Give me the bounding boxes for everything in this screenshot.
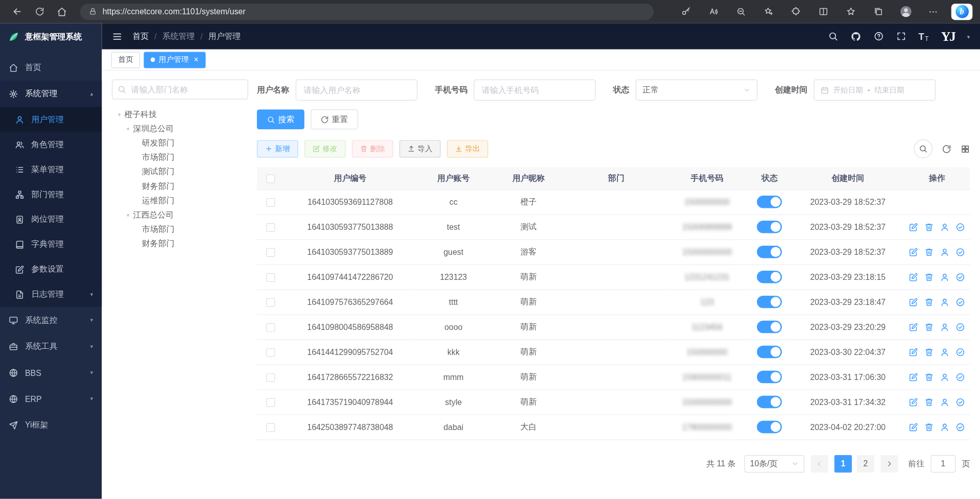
tab-用户管理[interactable]: 用户管理× — [144, 52, 205, 68]
edit-icon[interactable] — [909, 372, 918, 382]
sidebar-item-系统工具[interactable]: 系统工具▾ — [0, 333, 102, 359]
sidebar-item-菜单管理[interactable]: 菜单管理 — [0, 157, 102, 182]
sidebar-item-ERP[interactable]: ERP▾ — [0, 386, 102, 412]
delete-icon[interactable] — [925, 273, 934, 282]
reset-password-icon[interactable] — [940, 223, 949, 232]
row-checkbox[interactable] — [266, 198, 275, 207]
dept-search-input[interactable] — [112, 79, 248, 99]
row-checkbox[interactable] — [266, 273, 275, 282]
edit-button[interactable]: 修改 — [304, 140, 346, 157]
tree-node-测试部门[interactable]: 测试部门 — [112, 164, 248, 179]
edit-icon[interactable] — [909, 298, 918, 307]
favorites-bar-icon[interactable] — [841, 3, 860, 20]
sidebar-item-角色管理[interactable]: 角色管理 — [0, 132, 102, 157]
status-toggle[interactable] — [757, 321, 782, 333]
extensions-icon[interactable] — [786, 3, 805, 20]
tree-node-运维部门[interactable]: 运维部门 — [112, 193, 248, 207]
status-toggle[interactable] — [757, 396, 782, 408]
sidebar-item-系统管理[interactable]: 系统管理▴ — [0, 81, 102, 107]
reset-password-icon[interactable] — [940, 273, 949, 282]
sidebar-item-岗位管理[interactable]: 岗位管理 — [0, 207, 102, 232]
tree-node-研发部门[interactable]: 研发部门 — [112, 136, 248, 150]
sidebar-item-首页[interactable]: 首页 — [0, 54, 102, 80]
sidebar-item-日志管理[interactable]: 日志管理▾ — [0, 282, 102, 307]
password-key-icon[interactable] — [676, 3, 695, 20]
row-checkbox[interactable] — [266, 373, 275, 382]
status-toggle[interactable] — [757, 371, 782, 383]
user-logo[interactable]: YJ — [941, 29, 955, 44]
edit-icon[interactable] — [909, 223, 918, 232]
sidebar-item-部门管理[interactable]: 部门管理 — [0, 182, 102, 207]
delete-icon[interactable] — [925, 298, 934, 307]
status-select[interactable]: 正常 — [636, 79, 758, 101]
next-page-button[interactable] — [880, 455, 898, 472]
status-toggle[interactable] — [757, 196, 782, 208]
select-all-checkbox[interactable] — [266, 174, 275, 183]
sidebar-item-BBS[interactable]: BBS▾ — [0, 360, 102, 386]
tree-node-深圳总公司[interactable]: ▾深圳总公司 — [112, 121, 248, 135]
page-size-select[interactable]: 10条/页 — [745, 455, 804, 472]
assign-role-icon[interactable] — [956, 372, 965, 382]
search-button[interactable]: 搜索 — [257, 109, 304, 129]
status-toggle[interactable] — [757, 421, 782, 433]
delete-icon[interactable] — [925, 397, 934, 407]
assign-role-icon[interactable] — [956, 223, 965, 232]
row-checkbox[interactable] — [266, 323, 275, 331]
assign-role-icon[interactable] — [956, 347, 965, 357]
profile-avatar[interactable] — [896, 3, 915, 20]
edit-icon[interactable] — [909, 273, 918, 282]
edit-icon[interactable] — [909, 248, 918, 257]
status-toggle[interactable] — [757, 271, 782, 283]
delete-icon[interactable] — [925, 347, 934, 357]
zoom-icon[interactable] — [731, 3, 750, 20]
page-button-1[interactable]: 1 — [834, 455, 852, 472]
delete-button[interactable]: 删除 — [352, 140, 393, 157]
breadcrumb-item[interactable]: 系统管理 — [162, 31, 195, 42]
status-toggle[interactable] — [757, 246, 782, 258]
more-options-icon[interactable] — [924, 3, 943, 20]
assign-role-icon[interactable] — [956, 422, 965, 432]
delete-icon[interactable] — [925, 248, 934, 257]
prev-page-button[interactable] — [810, 455, 828, 472]
help-icon[interactable] — [873, 31, 883, 41]
column-settings-button[interactable] — [961, 144, 970, 153]
search-icon[interactable] — [828, 31, 838, 41]
font-size-icon[interactable]: TT — [918, 31, 928, 42]
sidebar-item-Yi框架[interactable]: Yi框架 — [0, 412, 102, 438]
tree-node-市场部门[interactable]: 市场部门 — [112, 150, 248, 164]
refresh-page-icon[interactable] — [30, 3, 49, 20]
delete-icon[interactable] — [925, 223, 934, 232]
edit-icon[interactable] — [909, 347, 918, 357]
status-toggle[interactable] — [757, 346, 782, 358]
tab-首页[interactable]: 首页 — [111, 52, 140, 68]
collections-icon[interactable] — [869, 3, 888, 20]
assign-role-icon[interactable] — [956, 323, 965, 332]
export-button[interactable]: 导出 — [447, 140, 488, 157]
delete-icon[interactable] — [925, 422, 934, 432]
reset-button[interactable]: 重置 — [310, 109, 358, 129]
delete-icon[interactable] — [925, 372, 934, 382]
date-range-picker[interactable]: 开始日期 - 结束日期 — [814, 79, 936, 101]
fullscreen-icon[interactable] — [896, 31, 906, 41]
tree-node-财务部门[interactable]: 财务部门 — [112, 236, 248, 251]
toggle-search-button[interactable] — [914, 139, 933, 158]
edit-icon[interactable] — [909, 397, 918, 407]
reset-password-icon[interactable] — [940, 422, 949, 432]
reset-password-icon[interactable] — [940, 372, 949, 382]
assign-role-icon[interactable] — [956, 248, 965, 257]
sidebar-item-字典管理[interactable]: 字典管理 — [0, 232, 102, 257]
github-icon[interactable] — [850, 31, 861, 42]
sidebar-item-参数设置[interactable]: 参数设置 — [0, 257, 102, 282]
sidebar-item-系统监控[interactable]: 系统监控▾ — [0, 307, 102, 333]
row-checkbox[interactable] — [266, 298, 275, 307]
page-button-2[interactable]: 2 — [857, 455, 874, 472]
split-screen-icon[interactable] — [814, 3, 832, 20]
assign-role-icon[interactable] — [956, 273, 965, 282]
add-button[interactable]: 新增 — [257, 140, 298, 157]
import-button[interactable]: 导入 — [399, 140, 441, 157]
tree-node-江西总公司[interactable]: ▾江西总公司 — [112, 207, 248, 222]
edit-icon[interactable] — [909, 422, 918, 432]
collapse-sidebar-icon[interactable] — [112, 31, 123, 42]
back-icon[interactable] — [8, 3, 27, 20]
breadcrumb-item[interactable]: 用户管理 — [208, 31, 241, 42]
